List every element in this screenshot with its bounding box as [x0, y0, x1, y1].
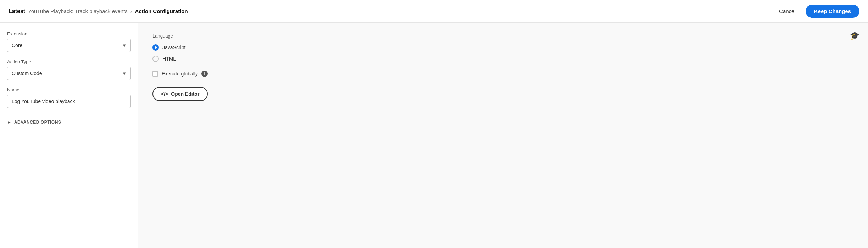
extension-select-wrapper: Core ▼ [7, 39, 131, 52]
right-panel: 🎓 Language JavaScript HTML Execute globa… [138, 23, 868, 248]
execute-globally-label: Execute globally [162, 71, 198, 77]
page-title: Action Configuration [135, 8, 188, 14]
execute-globally-checkbox[interactable] [152, 71, 158, 77]
open-editor-button[interactable]: </> Open Editor [152, 87, 208, 101]
extension-label: Extension [7, 31, 131, 36]
action-type-group: Action Type Custom Code ▼ [7, 59, 131, 80]
advanced-options-label: ADVANCED OPTIONS [14, 120, 61, 125]
graduation-cap-icon: 🎓 [850, 31, 859, 40]
action-type-select-wrapper: Custom Code ▼ [7, 67, 131, 80]
language-label: Language [152, 33, 854, 39]
radio-html-label: HTML [162, 56, 176, 62]
breadcrumb-text: YouTube Playback: Track playback events [28, 8, 128, 14]
extension-group: Extension Core ▼ [7, 31, 131, 52]
extension-select[interactable]: Core [7, 39, 131, 52]
breadcrumb-separator: › [130, 9, 132, 14]
name-group: Name [7, 87, 131, 108]
chevron-right-icon: ► [7, 120, 11, 125]
left-panel: Extension Core ▼ Action Type Custom Code… [0, 23, 138, 248]
language-radio-group: JavaScript HTML [152, 44, 854, 62]
radio-javascript-input[interactable] [152, 44, 159, 51]
code-icon: </> [161, 91, 168, 97]
cancel-button[interactable]: Cancel [775, 5, 800, 17]
action-type-label: Action Type [7, 59, 131, 64]
radio-html-input[interactable] [152, 56, 159, 62]
breadcrumb-nav: Latest YouTube Playback: Track playback … [9, 8, 188, 15]
execute-globally-group[interactable]: Execute globally i [152, 71, 854, 77]
radio-html[interactable]: HTML [152, 56, 854, 62]
keep-changes-button[interactable]: Keep Changes [806, 5, 859, 18]
info-icon[interactable]: i [201, 71, 208, 77]
radio-javascript-label: JavaScript [162, 45, 185, 50]
header-actions: Cancel Keep Changes [775, 5, 859, 18]
open-editor-label: Open Editor [171, 91, 199, 97]
name-input[interactable] [7, 95, 131, 108]
action-type-select[interactable]: Custom Code [7, 67, 131, 80]
name-label: Name [7, 87, 131, 92]
header: Latest YouTube Playback: Track playback … [0, 0, 868, 23]
radio-javascript[interactable]: JavaScript [152, 44, 854, 51]
main-layout: Extension Core ▼ Action Type Custom Code… [0, 23, 868, 248]
brand-label: Latest [9, 8, 25, 15]
advanced-options-toggle[interactable]: ► ADVANCED OPTIONS [7, 115, 131, 129]
